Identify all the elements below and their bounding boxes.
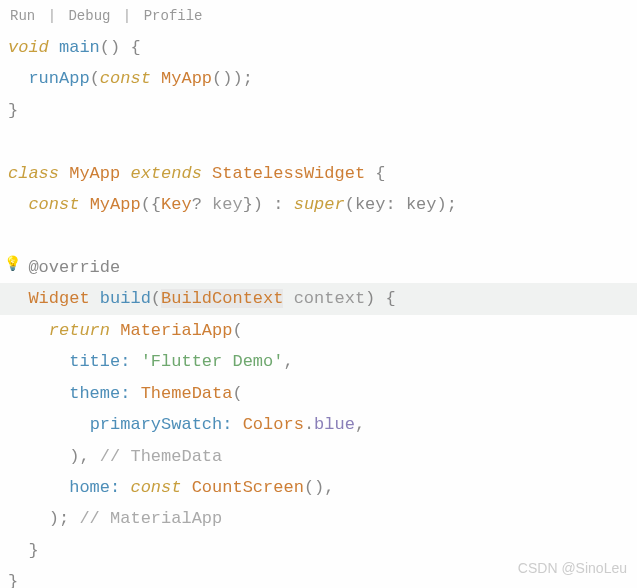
param-context: context: [283, 289, 365, 308]
string-literal: 'Flutter Demo': [141, 352, 284, 371]
type-key: Key: [161, 195, 192, 214]
dot: .: [304, 415, 314, 434]
constructor: MyApp: [90, 195, 141, 214]
closing-hint: // ThemeData: [90, 447, 223, 466]
code-line[interactable]: runApp(const MyApp());: [0, 63, 637, 94]
watermark: CSDN @SinoLeu: [518, 556, 627, 582]
punctuation: (),: [304, 478, 335, 497]
keyword-const: const: [100, 69, 151, 88]
brace: }: [8, 101, 18, 120]
brace: {: [365, 164, 385, 183]
lightbulb-icon[interactable]: 💡: [4, 252, 21, 278]
codelens-profile[interactable]: Profile: [142, 8, 205, 24]
keyword-const: const: [130, 478, 181, 497]
property-theme: theme:: [69, 384, 130, 403]
code-line[interactable]: }: [0, 95, 637, 126]
close-paren: ),: [69, 447, 89, 466]
property-home: home:: [69, 478, 120, 497]
close-paren: );: [49, 509, 69, 528]
code-line[interactable]: 💡 @override: [0, 252, 637, 283]
nullable: ?: [192, 195, 202, 214]
closing-hint: // MaterialApp: [69, 509, 222, 528]
code-line-highlighted[interactable]: Widget build(BuildContext context) {: [0, 283, 637, 314]
keyword-class: class: [8, 164, 59, 183]
codelens-run[interactable]: Run: [8, 8, 37, 24]
method-build: build: [100, 289, 151, 308]
code-line[interactable]: ); // MaterialApp: [0, 503, 637, 534]
class-themedata: ThemeData: [141, 384, 233, 403]
function-main: main: [59, 38, 100, 57]
punctuation: ());: [212, 69, 253, 88]
keyword-void: void: [8, 38, 49, 57]
keyword-const: const: [28, 195, 79, 214]
codelens-separator: |: [46, 8, 58, 24]
property-title: title:: [69, 352, 130, 371]
class-countscreen: CountScreen: [192, 478, 304, 497]
punctuation: (: [151, 289, 161, 308]
codelens-separator: |: [121, 8, 133, 24]
code-line-empty[interactable]: [0, 221, 637, 252]
brace: }: [28, 541, 38, 560]
code-line[interactable]: void main() {: [0, 32, 637, 63]
brace: }: [8, 572, 18, 588]
code-line-empty[interactable]: [0, 126, 637, 157]
punctuation: ({: [141, 195, 161, 214]
color-blue: blue: [314, 415, 355, 434]
punctuation: }) :: [243, 195, 294, 214]
punctuation: ) {: [365, 289, 396, 308]
function-call: runApp: [28, 69, 89, 88]
comma: ,: [283, 352, 293, 371]
annotation-override: @override: [28, 258, 120, 277]
punctuation: (: [232, 321, 242, 340]
keyword-return: return: [49, 321, 110, 340]
code-line[interactable]: class MyApp extends StatelessWidget {: [0, 158, 637, 189]
code-line[interactable]: primarySwatch: Colors.blue,: [0, 409, 637, 440]
codelens-bar: Run | Debug | Profile: [0, 4, 637, 30]
keyword-extends: extends: [130, 164, 201, 183]
punctuation: (: [232, 384, 242, 403]
param-name: key: [202, 195, 243, 214]
class-ref: MyApp: [161, 69, 212, 88]
comma: ,: [355, 415, 365, 434]
return-type: Widget: [28, 289, 89, 308]
punctuation: (key: key);: [345, 195, 457, 214]
code-line[interactable]: const MyApp({Key? key}) : super(key: key…: [0, 189, 637, 220]
class-declaration: MyApp: [69, 164, 120, 183]
code-line[interactable]: title: 'Flutter Demo',: [0, 346, 637, 377]
class-colors: Colors: [243, 415, 304, 434]
code-line[interactable]: home: const CountScreen(),: [0, 472, 637, 503]
punctuation: (: [90, 69, 100, 88]
keyword-super: super: [294, 195, 345, 214]
property-primaryswatch: primarySwatch:: [90, 415, 233, 434]
parent-class: StatelessWidget: [212, 164, 365, 183]
punctuation: () {: [100, 38, 141, 57]
class-materialapp: MaterialApp: [120, 321, 232, 340]
code-line[interactable]: theme: ThemeData(: [0, 378, 637, 409]
code-line[interactable]: return MaterialApp(: [0, 315, 637, 346]
code-line[interactable]: ), // ThemeData: [0, 441, 637, 472]
type-buildcontext: BuildContext: [161, 289, 283, 308]
codelens-debug[interactable]: Debug: [66, 8, 112, 24]
